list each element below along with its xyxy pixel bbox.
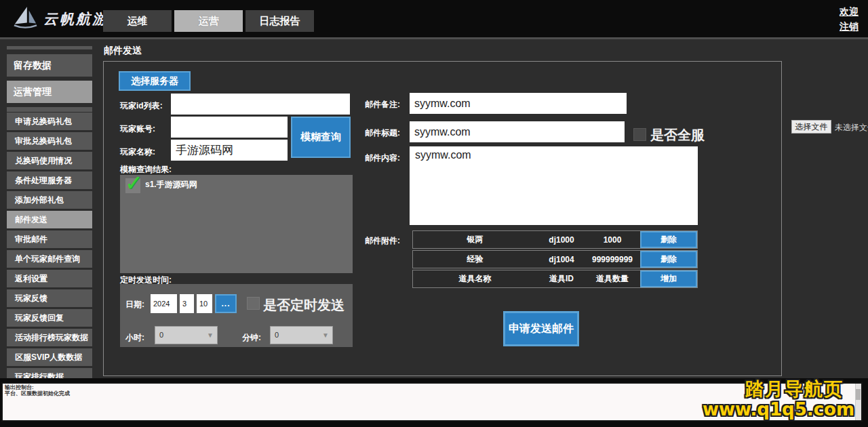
- app-title: 云帆航游: [43, 9, 108, 28]
- top-bar: 云帆航游 运维 运营 日志报告 欢迎 注销: [0, 0, 868, 37]
- add-attachment-button[interactable]: 增加: [640, 270, 697, 287]
- apply-send-mail-button[interactable]: 申请发送邮件: [503, 311, 579, 346]
- attachment-count: 1000: [586, 235, 639, 245]
- attachment-row: 经验 dj1004 999999999 删除: [412, 250, 698, 268]
- sidebar-partial-divider: [7, 107, 92, 112]
- mail-note-label: 邮件备注:: [365, 99, 400, 110]
- mail-title-label: 邮件标题:: [365, 127, 400, 139]
- sidebar-item-svip-count-data[interactable]: 区服SVIP人数数据: [7, 348, 92, 366]
- month-input[interactable]: [180, 294, 194, 313]
- hour-select[interactable]: 0 ▼: [155, 326, 218, 344]
- sidebar-item-single-player-mail-query[interactable]: 单个玩家邮件查询: [7, 250, 92, 268]
- sidebar-item-approve-redeem-code-pack[interactable]: 审批兑换码礼包: [7, 132, 92, 150]
- mail-content-textarea[interactable]: syymw.com: [410, 146, 698, 225]
- attachment-id: dj1000: [537, 235, 586, 245]
- delete-attachment-button[interactable]: 删除: [640, 231, 697, 248]
- server-result-item[interactable]: s1.手游源码网: [145, 179, 197, 190]
- attachment-name: 银两: [413, 234, 537, 245]
- watermark-url: www.q1q5.com: [703, 399, 854, 420]
- attachment-row: 银两 dj1000 1000 删除: [412, 230, 698, 249]
- hour-value: 0: [159, 331, 163, 339]
- all-server-checkbox[interactable]: [633, 128, 646, 141]
- console-line: 平台、区服数据初始化完成: [5, 390, 70, 396]
- welcome-link[interactable]: 欢迎: [840, 4, 859, 19]
- chevron-down-icon: ▼: [322, 327, 329, 344]
- date-picker-button[interactable]: ...: [215, 294, 237, 313]
- sidebar-item-player-feedback[interactable]: 玩家反馈: [7, 289, 92, 307]
- mail-attachment-label: 邮件附件:: [365, 235, 400, 247]
- mail-title-input[interactable]: [410, 121, 625, 142]
- day-input[interactable]: [197, 294, 212, 313]
- console-scrollbar[interactable]: [855, 384, 861, 420]
- player-id-list-label: 玩家id列表:: [120, 100, 163, 112]
- logout-link[interactable]: 注销: [840, 19, 859, 34]
- top-right-links: 欢迎 注销: [840, 4, 859, 34]
- choose-file-button[interactable]: 选择文件: [791, 120, 831, 134]
- player-name-input[interactable]: [171, 140, 288, 161]
- scrollbar-thumb[interactable]: [856, 389, 861, 400]
- all-server-label: 是否全服: [650, 126, 705, 144]
- file-status-text: 未选择文件: [835, 122, 868, 134]
- console-line: 输出控制台:: [5, 384, 70, 390]
- sail-boat-icon: [12, 5, 38, 33]
- attachment-id-header: 道具ID: [537, 273, 586, 285]
- player-account-input[interactable]: [171, 117, 288, 138]
- timed-send-label: 是否定时发送: [263, 296, 344, 314]
- tab-ops-maintenance[interactable]: 运维: [103, 10, 172, 32]
- attachment-count: 999999999: [586, 255, 639, 264]
- delete-attachment-button[interactable]: 删除: [640, 251, 697, 268]
- sidebar-item-player-ranking-data[interactable]: 玩家排行数据: [7, 368, 92, 378]
- player-name-label: 玩家名称:: [120, 146, 155, 158]
- page-title: 邮件发送: [104, 45, 142, 57]
- tab-operations[interactable]: 运营: [174, 10, 243, 32]
- tab-log-report[interactable]: 日志报告: [245, 10, 314, 32]
- sidebar-partial-item-top[interactable]: [7, 46, 92, 49]
- sidebar-item-redeem-code-usage[interactable]: 兑换码使用情况: [7, 152, 92, 169]
- sidebar-item-rebate-settings[interactable]: 返利设置: [7, 270, 92, 287]
- mail-content-label: 邮件内容:: [365, 152, 400, 164]
- sidebar-item-add-external-pack[interactable]: 添加外部礼包: [7, 191, 92, 209]
- sidebar-item-player-feedback-reply[interactable]: 玩家反馈回复: [7, 309, 92, 327]
- sidebar-item-mail-send[interactable]: 邮件发送: [7, 211, 92, 228]
- sidebar-item-apply-redeem-code-pack[interactable]: 申请兑换码礼包: [7, 113, 92, 130]
- hour-label: 小时:: [125, 332, 144, 344]
- attachment-count-header: 道具数量: [586, 273, 639, 285]
- server-checkbox[interactable]: ✓: [125, 178, 140, 193]
- console-log: 输出控制台: 平台、区服数据初始化完成: [5, 384, 70, 396]
- date-label: 日期:: [125, 299, 144, 310]
- year-input[interactable]: [151, 294, 177, 313]
- sidebar-item-activity-ranking-data[interactable]: 活动排行榜玩家数据: [7, 329, 92, 346]
- attachment-id: dj1004: [537, 255, 586, 264]
- fuzzy-query-button[interactable]: 模糊查询: [291, 117, 351, 158]
- minute-label: 分钟:: [242, 332, 261, 344]
- top-nav-tabs: 运维 运营 日志报告: [103, 10, 314, 32]
- sidebar-item-approve-mail[interactable]: 审批邮件: [7, 230, 92, 248]
- minute-value: 0: [275, 331, 279, 339]
- sidebar-group-operations-management[interactable]: 运营管理: [7, 81, 92, 103]
- sidebar-group-retention-data[interactable]: 留存数据: [7, 54, 92, 77]
- attachment-row: 道具名称 道具ID 道具数量 增加: [412, 270, 698, 288]
- watermark-title: 踏月导航页: [745, 377, 844, 401]
- mail-note-input[interactable]: [410, 93, 627, 114]
- chevron-down-icon: ▼: [207, 327, 214, 344]
- fuzzy-result-list: ✓ s1.手游源码网: [120, 175, 353, 273]
- select-server-button[interactable]: 选择服务器: [119, 71, 191, 91]
- timed-send-checkbox[interactable]: [247, 297, 260, 310]
- app-logo: 云帆航游: [12, 5, 108, 33]
- sidebar-item-condition-server[interactable]: 条件处理服务器: [7, 171, 92, 189]
- attachment-name: 经验: [413, 253, 537, 265]
- minute-select[interactable]: 0 ▼: [270, 326, 333, 344]
- player-id-list-input[interactable]: [171, 94, 350, 115]
- attachment-name-header: 道具名称: [413, 273, 537, 285]
- player-account-label: 玩家账号:: [120, 123, 155, 135]
- green-check-icon: ✓: [125, 170, 143, 196]
- sidebar: 留存数据 运营管理 申请兑换码礼包 审批兑换码礼包 兑换码使用情况 条件处理服务…: [7, 46, 92, 378]
